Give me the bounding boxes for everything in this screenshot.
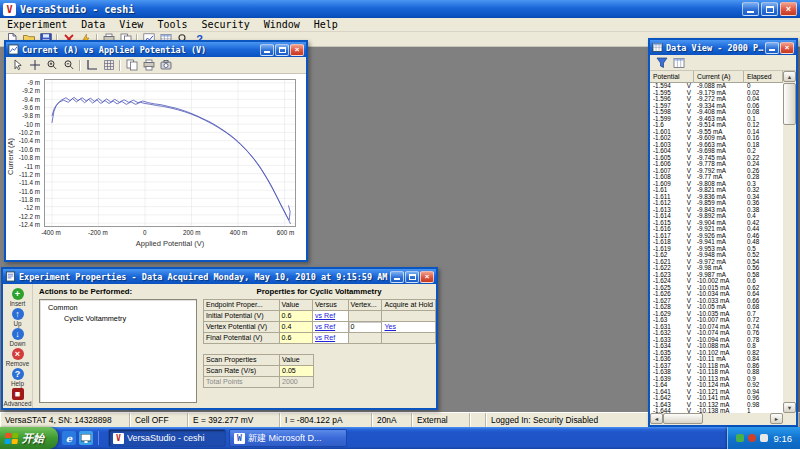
data-view-icon — [652, 42, 663, 53]
app-icon: V — [3, 3, 16, 16]
column-header[interactable]: Current (A) — [694, 71, 744, 83]
versus-link[interactable]: vs Ref — [313, 322, 349, 333]
property-value-field[interactable]: 0.05 — [280, 366, 314, 377]
axes-icon[interactable] — [83, 58, 100, 72]
y-tick-label: -11.8 m — [19, 195, 40, 202]
close-button[interactable]: × — [780, 2, 797, 16]
properties-titlebar[interactable]: Experiment Properties - Data Acquired Mo… — [3, 269, 436, 284]
menu-item-tools[interactable]: Tools — [150, 18, 194, 32]
sidebar-button-up[interactable]: ↑Up — [3, 308, 33, 327]
versus-link[interactable]: vs Ref — [313, 333, 349, 344]
column-header: Acquire at Hold — [382, 300, 436, 311]
scroll-right-icon[interactable]: ► — [770, 413, 783, 424]
chart-plot-area[interactable]: Current (A) -9 m-9.2 m-9.4 m-9.6 m-9.8 m… — [6, 74, 306, 260]
versus-link[interactable]: vs Ref — [313, 311, 349, 322]
column-header: Value — [280, 355, 314, 366]
horizontal-scrollbar[interactable]: ◄ ► — [650, 413, 783, 425]
columns-icon[interactable] — [670, 56, 687, 70]
filter-icon[interactable] — [653, 56, 670, 70]
properties-minimize-button[interactable] — [390, 271, 404, 283]
sidebar-button-down[interactable]: ↓Down — [3, 328, 33, 347]
menu-item-view[interactable]: View — [112, 18, 150, 32]
sidebar-button-remove[interactable]: ×Remove — [3, 348, 33, 367]
properties-close-button[interactable]: × — [420, 271, 434, 283]
data-view-titlebar[interactable]: Data View - 2000 Points (All Se... × — [650, 40, 796, 55]
chart-window-titlebar[interactable]: Current (A) vs Applied Potential (V) × — [6, 42, 306, 57]
status-spacer — [470, 413, 486, 427]
app-titlebar[interactable]: V VersaStudio - ceshi × — [0, 0, 800, 18]
zoom-out-icon[interactable] — [60, 58, 77, 72]
scroll-up-icon[interactable]: ▲ — [783, 71, 796, 82]
vertical-scrollbar[interactable]: ▲ ▼ — [783, 71, 796, 413]
cv-curve-plot[interactable] — [44, 79, 296, 227]
data-table-header: PotentialCurrent (A)Elapsed T... — [650, 71, 783, 83]
scrollbar-thumb[interactable] — [663, 413, 703, 424]
property-name: Final Potential (V) — [204, 333, 280, 344]
chart-window-title: Current (A) vs Applied Potential (V) — [22, 45, 259, 55]
sidebar-button-help[interactable]: ?Help — [3, 368, 33, 387]
x-tick-label: -200 m — [88, 229, 108, 236]
scroll-down-icon[interactable]: ▼ — [783, 402, 796, 413]
y-tick-label: -12.2 m — [19, 212, 40, 219]
acquire-at-hold-link[interactable]: Yes — [382, 322, 436, 333]
menu-item-security[interactable]: Security — [195, 18, 257, 32]
menu-item-window[interactable]: Window — [257, 18, 307, 32]
sidebar-button-advanced[interactable]: ■Advanced — [3, 388, 33, 407]
y-axis-label: Current (A) — [6, 86, 15, 226]
y-tick-label: -9.6 m — [22, 104, 40, 111]
up-icon: ↑ — [12, 308, 24, 320]
pointer-icon[interactable] — [9, 58, 26, 72]
sidebar-button-insert[interactable]: +Insert — [3, 288, 33, 307]
property-row: Final Potential (V)0.6vs Ref — [204, 333, 436, 344]
grid-icon[interactable] — [100, 58, 117, 72]
data-view-close-button[interactable]: × — [780, 42, 794, 54]
tree-item-cyclic-voltammetry[interactable]: Cyclic Voltammetry — [40, 312, 196, 323]
vertex-field[interactable]: 0 — [348, 322, 382, 333]
maximize-button[interactable] — [761, 2, 778, 16]
scroll-left-icon[interactable]: ◄ — [650, 413, 663, 424]
property-value-field[interactable]: 0.4 — [279, 322, 312, 333]
crosshair-icon[interactable] — [26, 58, 43, 72]
property-value-field: 2000 — [280, 377, 314, 388]
system-tray: 9:16 — [727, 427, 800, 449]
minimize-button[interactable] — [742, 2, 759, 16]
y-tick-label: -9.4 m — [22, 95, 40, 102]
column-header: Vertex... — [348, 300, 382, 311]
down-icon: ↓ — [12, 328, 24, 340]
menu-item-help[interactable]: Help — [307, 18, 345, 32]
chart-maximize-button[interactable] — [275, 44, 289, 56]
properties-header: Properties for Cyclic Voltammetry — [203, 287, 435, 296]
taskbar-task-versastudio[interactable]: V VersaStudio - ceshi — [108, 429, 226, 447]
internet-explorer-icon[interactable]: e — [62, 431, 76, 445]
status-cell: Cell OFF — [130, 413, 188, 427]
data-view-minimize-button[interactable] — [765, 42, 779, 54]
chart-minimize-button[interactable] — [260, 44, 274, 56]
show-desktop-icon[interactable] — [79, 431, 93, 445]
actions-tree[interactable]: Common Cyclic Voltammetry — [39, 299, 197, 403]
property-name: Scan Rate (V/s) — [204, 366, 280, 377]
tree-group-common[interactable]: Common — [40, 300, 196, 312]
taskbar-task-document[interactable]: W 新建 Microsoft D... — [229, 429, 347, 447]
tray-green-icon[interactable] — [736, 434, 744, 442]
chart-window: Current (A) vs Applied Potential (V) × — [4, 40, 308, 262]
scrollbar-thumb[interactable] — [783, 83, 796, 125]
property-value-field[interactable]: 0.6 — [279, 311, 312, 322]
data-view-window: Data View - 2000 Points (All Se... × Pot… — [648, 38, 798, 427]
data-table[interactable]: -1.594V-9.088 mA0-1.595V-9.179 mA0.02-1.… — [650, 83, 783, 413]
x-tick-label: 600 m — [277, 229, 295, 236]
tray-language-icon[interactable] — [760, 434, 768, 442]
print-chart-icon[interactable] — [140, 58, 157, 72]
property-row: Scan Rate (V/s)0.05 — [204, 366, 314, 377]
tray-red-icon[interactable] — [748, 434, 756, 442]
menu-item-data[interactable]: Data — [74, 18, 112, 32]
zoom-in-icon[interactable] — [43, 58, 60, 72]
properties-maximize-button[interactable] — [405, 271, 419, 283]
camera-icon[interactable] — [157, 58, 174, 72]
copy-chart-icon[interactable] — [123, 58, 140, 72]
menu-item-experiment[interactable]: Experiment — [0, 18, 74, 32]
column-header[interactable]: Potential — [650, 71, 694, 83]
column-header[interactable]: Elapsed T... — [744, 71, 783, 83]
chart-close-button[interactable]: × — [290, 44, 304, 56]
property-value-field[interactable]: 0.6 — [279, 333, 312, 344]
start-button[interactable]: 开始 — [0, 427, 58, 449]
